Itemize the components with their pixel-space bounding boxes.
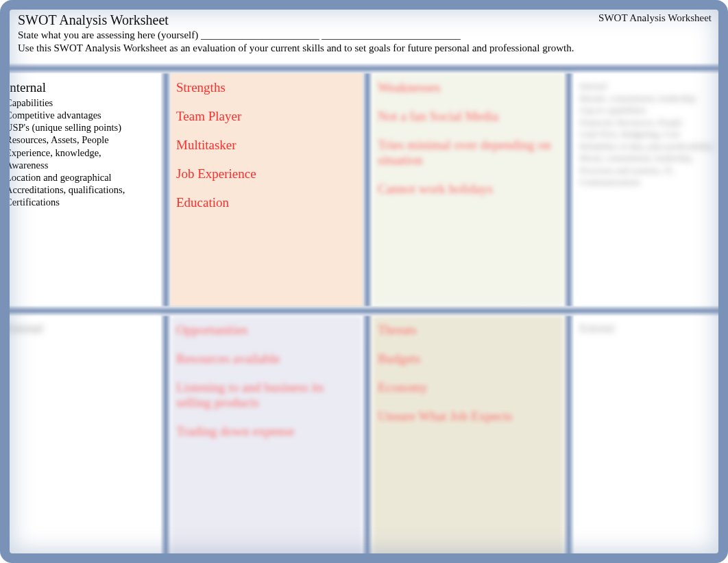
- cell-external-left: External: [0, 316, 161, 560]
- right-line: Processes and systems, IT, Communication…: [579, 164, 723, 188]
- divider-horizontal: [0, 64, 728, 73]
- divider-vertical: [564, 73, 574, 306]
- internal-item: Location and geographical: [5, 171, 156, 184]
- cell-weaknesses: Weaknesses Not a fan Social Media Tries …: [372, 73, 564, 306]
- right-line: Financial, Resources, People: [579, 116, 723, 129]
- cell-internal-left: Internal Capabilities Competitive advant…: [0, 73, 161, 306]
- right-line: Gap in capabilities: [579, 104, 723, 116]
- strengths-heading: Strengths: [176, 80, 357, 95]
- right-line: Reliability of data, plan predictability: [579, 140, 723, 153]
- fade-overlay: [171, 279, 363, 306]
- internal-item: Resources, Assets, People: [5, 134, 156, 146]
- internal-item: Competitive advantages: [5, 109, 156, 121]
- right-ghost-block: Internal Morale, commitment, leadership …: [579, 80, 723, 188]
- internal-item: Awareness: [5, 159, 156, 171]
- opportunities-item: Listening to and business its selling pr…: [176, 380, 357, 410]
- right-line: Morale, commitment, leadership: [579, 92, 723, 105]
- cell-internal-right: Internal Morale, commitment, leadership …: [574, 73, 728, 306]
- cell-external-right: External: [574, 316, 728, 560]
- cell-threats: Threats Budgets Economy Unsure What Job …: [372, 316, 564, 560]
- header: SWOT Analysis Worksheet SWOT Analysis Wo…: [0, 0, 728, 64]
- internal-item: Certifications: [5, 196, 156, 208]
- strengths-item: Job Experience: [176, 166, 357, 182]
- internal-list: Capabilities Competitive advantages USP'…: [5, 97, 156, 208]
- internal-item: Accreditations, qualifications,: [5, 184, 156, 196]
- weaknesses-item: Cannot work holidays: [378, 182, 559, 197]
- opportunities-item: Resources available: [176, 351, 357, 366]
- right-title: Internal: [579, 80, 723, 92]
- opportunities-item: Trading down expense: [176, 424, 357, 439]
- opportunities-heading: Opportunities: [176, 323, 357, 338]
- header-right-label: SWOT Analysis Worksheet: [598, 12, 712, 24]
- divider-horizontal: [0, 306, 728, 316]
- divider-vertical: [564, 316, 574, 560]
- cell-strengths: Strengths Team Player Multitasker Job Ex…: [171, 73, 363, 306]
- weaknesses-heading: Weaknesses: [378, 80, 559, 95]
- internal-item: USP's (unique selling points): [5, 121, 156, 134]
- threats-item: Unsure What Job Expects: [378, 409, 559, 424]
- right-bottom-title: External: [579, 323, 723, 334]
- threats-heading: Threats: [378, 323, 559, 338]
- header-subtitle-1: State what you are assessing here (yours…: [18, 29, 710, 41]
- divider-vertical: [161, 316, 171, 560]
- right-line: Moral, commitment, leadership: [579, 152, 723, 164]
- internal-title: Internal: [5, 80, 156, 95]
- external-title: External: [5, 323, 156, 335]
- weaknesses-item: Not a fan Social Media: [378, 109, 559, 124]
- divider-vertical: [363, 73, 372, 306]
- divider-vertical: [363, 316, 372, 560]
- strengths-item: Education: [176, 195, 357, 210]
- threats-item: Economy: [378, 380, 559, 395]
- right-line: Cash Flow, Budgeting, Cost: [579, 128, 723, 140]
- cell-opportunities: Opportunities Resources available Listen…: [171, 316, 363, 560]
- internal-item: Capabilities: [5, 97, 156, 109]
- swot-grid: Internal Capabilities Competitive advant…: [0, 73, 728, 560]
- weaknesses-item: Tries minimal over depending on situatio…: [378, 138, 559, 168]
- strengths-item: Team Player: [176, 109, 357, 124]
- threats-item: Budgets: [378, 351, 559, 366]
- internal-item: Experience, knowledge,: [5, 147, 156, 159]
- strengths-item: Multitasker: [176, 138, 357, 153]
- divider-vertical: [161, 73, 171, 306]
- header-subtitle-2: Use this SWOT Analysis Worksheet as an e…: [18, 42, 710, 54]
